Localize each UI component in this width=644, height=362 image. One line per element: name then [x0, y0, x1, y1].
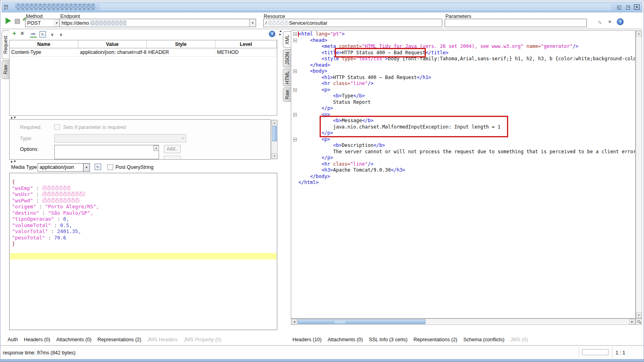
- update-from-url-icon[interactable]: URL: [30, 32, 37, 38]
- response-vertical-scrollbar[interactable]: ▲ ▼: [636, 30, 642, 318]
- edit-params-icon[interactable]: ✎: [598, 20, 602, 26]
- fold-toggle-icon[interactable]: [293, 113, 297, 117]
- scroll-down-icon[interactable]: ▼: [636, 313, 642, 318]
- fold-toggle-icon[interactable]: [293, 32, 297, 36]
- add-row-icon[interactable]: +: [12, 30, 16, 37]
- method-dropdown-arrow-icon[interactable]: ▼: [54, 19, 60, 27]
- float-icon: ◳: [626, 4, 630, 10]
- scroll-down-icon[interactable]: ▼: [272, 153, 277, 159]
- code-line-text: <head>: [298, 38, 327, 44]
- token-tag: </h3>: [391, 167, 405, 173]
- fold-toggle-icon[interactable]: [293, 138, 297, 141]
- scroll-up-icon[interactable]: ▲: [636, 31, 642, 36]
- endpoint-input[interactable]: https://demo ▼: [60, 19, 256, 27]
- required-checkbox[interactable]: [54, 124, 60, 130]
- zoom-corner-widget[interactable]: [636, 318, 642, 325]
- fold-gutter: [291, 174, 298, 180]
- code-line-text: <b>Description</b>: [298, 142, 385, 149]
- scroll-up-icon[interactable]: ▲: [272, 120, 277, 126]
- side-tab-xml[interactable]: XML: [283, 31, 291, 48]
- side-tab-label: JSON: [284, 52, 290, 65]
- column-header-name[interactable]: Name: [10, 40, 78, 48]
- float-window-button[interactable]: ◳: [624, 4, 632, 10]
- side-tab-raw[interactable]: Raw: [2, 60, 9, 79]
- collapse-right-icon[interactable]: ▶: [278, 33, 282, 36]
- response-horizontal-scrollbar[interactable]: ◀ ▶: [291, 318, 636, 325]
- media-type-arrow-icon[interactable]: ▼: [83, 163, 90, 172]
- horizontal-scrollbar-thumb[interactable]: [298, 319, 425, 324]
- column-header-style[interactable]: Style: [147, 40, 215, 48]
- token-pln: [330, 161, 333, 167]
- code-line-text: </head>: [298, 62, 330, 69]
- type-select[interactable]: ▼: [54, 134, 186, 142]
- tab-representations-2[interactable]: Representations (2): [97, 337, 141, 342]
- response-xml-view[interactable]: <html lang="pt"> <head> <meta content="H…: [291, 30, 636, 318]
- side-tab-raw[interactable]: Raw: [283, 87, 291, 102]
- stop-request-button[interactable]: [15, 19, 20, 24]
- add-param-icon[interactable]: +: [608, 18, 612, 25]
- form-scrollbar[interactable]: ▲ ▼: [271, 120, 278, 159]
- token-col: :: [33, 191, 42, 197]
- tab-headers-0[interactable]: Headers (0): [24, 337, 50, 342]
- column-header-value[interactable]: Value: [78, 40, 147, 48]
- tab-attachments-0[interactable]: Attachments (0): [328, 337, 363, 342]
- add-option-button[interactable]: Add..: [164, 145, 181, 153]
- side-tab-request[interactable]: Request: [2, 30, 9, 59]
- token-tag: </b>: [374, 142, 385, 148]
- params-toolbar: + × URL ↻ ∨ ∧ ?: [9, 30, 277, 40]
- token-pun: {: [12, 179, 15, 185]
- endpoint-dropdown-arrow-icon[interactable]: ▼: [249, 19, 256, 27]
- token-pln: Apache Tomcat/9.0.30: [333, 167, 391, 173]
- scroll-right-icon[interactable]: ▶: [629, 319, 635, 324]
- window-titlebar[interactable]: RE ST ◱ ◳ ×: [2, 2, 642, 12]
- unfloat-window-button[interactable]: ◱: [616, 4, 623, 10]
- options-list[interactable]: [54, 145, 159, 159]
- parameters-input[interactable]: [445, 19, 587, 27]
- splitter-handles-icon[interactable]: ▲▼: [10, 116, 16, 119]
- code-line: </head>: [291, 62, 635, 69]
- post-querystring-checkbox[interactable]: [107, 164, 113, 170]
- run-request-button[interactable]: [6, 18, 11, 24]
- tab-representations-2[interactable]: Representations (2): [413, 337, 457, 342]
- code-line-text: "volumeTotal" : 0.5,: [12, 222, 72, 229]
- splitter-table-form[interactable]: ▲▼: [9, 116, 277, 119]
- token-tag: <body>: [310, 68, 327, 74]
- tab-jms-property-0: JMS Property (0): [183, 337, 221, 342]
- tab-schema-conflicts[interactable]: Schema (conflicts): [463, 337, 505, 342]
- move-up-icon[interactable]: ∧: [60, 32, 62, 37]
- params-help-button[interactable]: ?: [269, 31, 275, 37]
- move-down-icon[interactable]: ∨: [51, 32, 54, 37]
- unfloat-icon: ◱: [617, 4, 621, 10]
- form-scrollbar-thumb[interactable]: [272, 126, 277, 141]
- delete-row-icon[interactable]: ×: [20, 30, 24, 37]
- media-refresh-icon[interactable]: ↻: [95, 164, 101, 170]
- resource-input[interactable]: / Service/consultar: [263, 19, 442, 27]
- table-row[interactable]: Content-Typeapplication/json; charset=ut…: [10, 48, 277, 57]
- tab-ssl-info-3-certs[interactable]: SSL Info (3 certs): [369, 337, 407, 342]
- revert-params-icon[interactable]: ↻: [40, 31, 46, 38]
- resource-redacted: [267, 20, 289, 26]
- media-type-select[interactable]: application/json: [38, 163, 90, 172]
- panel-splitter[interactable]: ◀ ▶: [278, 30, 282, 344]
- close-window-button[interactable]: ×: [633, 4, 640, 10]
- help-button[interactable]: ?: [617, 18, 624, 25]
- side-tab-html[interactable]: HTML: [283, 69, 291, 86]
- options-spinner-up[interactable]: ▲: [153, 145, 159, 151]
- tab-auth[interactable]: Auth: [8, 337, 18, 342]
- fold-toggle-icon[interactable]: [293, 69, 297, 73]
- method-select[interactable]: POST ▼: [25, 19, 60, 27]
- side-tab-json[interactable]: JSON: [283, 49, 291, 67]
- scroll-left-icon[interactable]: ◀: [291, 319, 297, 324]
- token-num: 70.6: [54, 235, 66, 241]
- rest-icon-line1: RE: [4, 4, 13, 7]
- remove-option-button-clipped[interactable]: [164, 156, 181, 160]
- tab-headers-10[interactable]: Headers (10): [292, 337, 322, 342]
- params-help-icon: ?: [271, 32, 274, 36]
- params-table[interactable]: NameValueStyleLevel Content-Typeapplicat…: [9, 40, 277, 116]
- collapse-left-icon[interactable]: ◀: [278, 30, 282, 33]
- tab-attachments-0[interactable]: Attachments (0): [56, 337, 91, 342]
- request-body-editor[interactable]: {"wsEmp" : "wsUsr" : "wsPwd" : "origem" …: [9, 173, 277, 330]
- fold-toggle-icon[interactable]: [293, 88, 297, 92]
- fold-toggle-icon[interactable]: [293, 39, 297, 42]
- column-header-level[interactable]: Level: [215, 40, 277, 48]
